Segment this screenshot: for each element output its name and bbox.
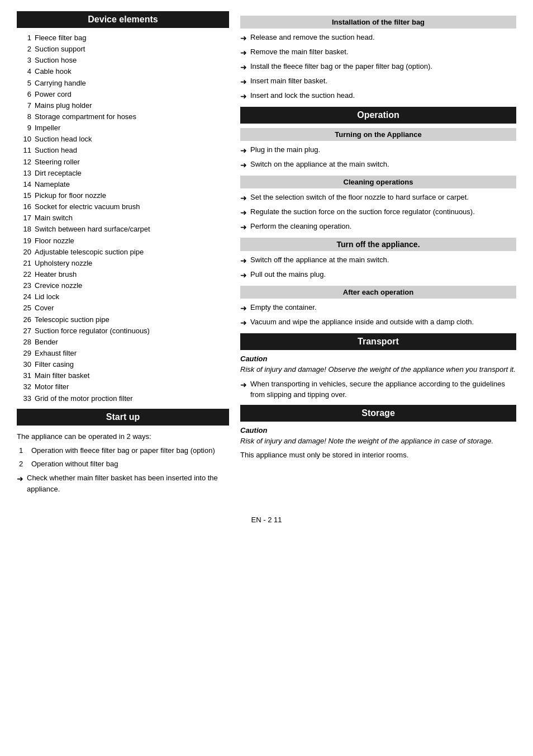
list-item: 9Impeller <box>17 122 229 134</box>
list-item: 16Socket for electric vacuum brush <box>17 201 229 212</box>
operation-header: Operation <box>240 107 516 124</box>
list-item: 10Suction head lock <box>17 134 229 145</box>
item-num: 28 <box>19 337 31 348</box>
right-column: Installation of the filter bag ➜Release … <box>240 11 516 499</box>
bullet-text: Vacuum and wipe the appliance inside and… <box>250 316 474 329</box>
storage-caution-text: Risk of injury and damage! Note the weig… <box>240 436 516 447</box>
page-layout: Device elements 1Fleece filter bag2Sucti… <box>17 11 516 499</box>
item-num: 17 <box>19 212 31 224</box>
item-label: Mains plug holder <box>35 100 227 111</box>
list-item: ➜Plug in the main plug. <box>240 144 516 157</box>
arrow-icon: ➜ <box>240 379 247 400</box>
item-label: Nameplate <box>35 179 227 190</box>
item-num: 30 <box>19 359 31 370</box>
item-label: Cable hook <box>35 66 227 77</box>
list-item: 28Bender <box>17 337 229 348</box>
item-num: 9 <box>19 122 31 134</box>
item-label: Telescopic suction pipe <box>35 314 227 325</box>
item-num: 12 <box>19 157 31 168</box>
bullet-text: Set the selection switch of the floor no… <box>250 192 469 204</box>
item-num: 19 <box>19 235 31 247</box>
list-item: 31Main filter basket <box>17 370 229 381</box>
item-label: Operation without filter bag <box>31 459 118 470</box>
list-item: 15Pickup for floor nozzle <box>17 190 229 201</box>
item-num: 16 <box>19 201 31 212</box>
startup-bullet-list: ➜ Check whether main filter basket has b… <box>17 472 229 494</box>
list-item: 2Suction support <box>17 44 229 55</box>
list-item: ➜Switch off the appliance at the main sw… <box>240 254 516 267</box>
arrow-icon: ➜ <box>240 62 247 73</box>
startup-intro: The appliance can be operated in 2 ways: <box>17 431 229 442</box>
left-column: Device elements 1Fleece filter bag2Sucti… <box>17 11 229 499</box>
item-label: Suction support <box>35 44 227 55</box>
item-label: Fleece filter bag <box>35 32 227 44</box>
startup-modes-list: 1Operation with fleece filter bag or pap… <box>19 445 229 469</box>
list-item: 13Dirt receptacle <box>17 168 229 179</box>
item-num: 1 <box>19 32 31 44</box>
item-num: 33 <box>19 393 31 404</box>
arrow-icon: ➜ <box>240 303 247 314</box>
arrow-icon: ➜ <box>240 221 247 233</box>
item-num: 8 <box>19 111 31 122</box>
arrow-icon: ➜ <box>240 145 247 157</box>
transport-caution-text: Risk of injury and damage! Observe the w… <box>240 364 516 375</box>
arrow-icon: ➜ <box>17 473 23 494</box>
list-item: 24Lid lock <box>17 291 229 303</box>
item-label: Carrying handle <box>35 78 227 89</box>
list-item: ➜Perform the cleaning operation. <box>240 221 516 233</box>
item-num: 5 <box>19 78 31 89</box>
item-label: Suction hose <box>35 55 227 66</box>
item-num: 27 <box>19 325 31 337</box>
startup-section: The appliance can be operated in 2 ways:… <box>17 431 229 495</box>
list-item: ➜Remove the main filter basket. <box>240 46 516 59</box>
list-item: 4Cable hook <box>17 66 229 77</box>
item-num: 15 <box>19 190 31 201</box>
item-label: Main switch <box>35 212 227 224</box>
startup-header: Start up <box>17 409 229 426</box>
list-item: 32Motor filter <box>17 381 229 393</box>
turning-on-header: Turning on the Appliance <box>240 128 516 141</box>
item-num: 18 <box>19 224 31 235</box>
arrow-icon: ➜ <box>240 47 247 59</box>
item-label: Dirt receptacle <box>35 168 227 179</box>
list-item: ➜Insert and lock the suction head. <box>240 90 516 102</box>
list-item: 33Grid of the motor proction filter <box>17 393 229 404</box>
bullet-text: Regulate the suction force on the suctio… <box>250 206 475 219</box>
after-list: ➜Empty the container.➜Vacuum and wipe th… <box>240 302 516 329</box>
item-label: Filter casing <box>35 359 227 370</box>
item-label: Adjustable telescopic suction pipe <box>35 247 227 258</box>
item-label: Pickup for floor nozzle <box>35 190 227 201</box>
list-item: 6Power cord <box>17 89 229 100</box>
list-item: ➜Set the selection switch of the floor n… <box>240 192 516 204</box>
storage-normal-text: This appliance must only be stored in in… <box>240 450 516 461</box>
footer-text: EN - 2 11 <box>251 516 282 524</box>
bullet-text: Release and remove the suction head. <box>250 32 375 44</box>
list-item: 30Filter casing <box>17 359 229 370</box>
bullet-text: Switch off the appliance at the main swi… <box>250 254 389 267</box>
arrow-icon: ➜ <box>240 270 247 281</box>
arrow-icon: ➜ <box>240 76 247 88</box>
device-elements-list: 1Fleece filter bag2Suction support3Sucti… <box>17 32 229 404</box>
arrow-icon: ➜ <box>240 91 247 102</box>
item-label: Cover <box>35 303 227 314</box>
item-num: 29 <box>19 348 31 359</box>
list-item: 21Upholstery nozzle <box>17 258 229 269</box>
page-footer: EN - 2 11 <box>17 516 516 524</box>
item-num: 13 <box>19 168 31 179</box>
device-elements-header: Device elements <box>17 11 229 28</box>
startup-bullet-item: ➜ Check whether main filter basket has b… <box>17 472 229 494</box>
filter-bag-header: Installation of the filter bag <box>240 16 516 29</box>
list-item: ➜Empty the container. <box>240 302 516 314</box>
cleaning-list: ➜Set the selection switch of the floor n… <box>240 192 516 233</box>
startup-bullet-text: Check whether main filter basket has bee… <box>27 472 229 494</box>
transport-caution-label: Caution <box>240 355 516 363</box>
list-item: 20Adjustable telescopic suction pipe <box>17 247 229 258</box>
list-item: ➜Install the fleece filter bag or the pa… <box>240 61 516 73</box>
item-label: Socket for electric vacuum brush <box>35 201 227 212</box>
list-item: ➜Insert main filter basket. <box>240 75 516 88</box>
list-item: 25Cover <box>17 303 229 314</box>
item-label: Power cord <box>35 89 227 100</box>
arrow-icon: ➜ <box>240 192 247 204</box>
item-label: Suction head lock <box>35 134 227 145</box>
list-item: 18Switch between hard surface/carpet <box>17 224 229 235</box>
